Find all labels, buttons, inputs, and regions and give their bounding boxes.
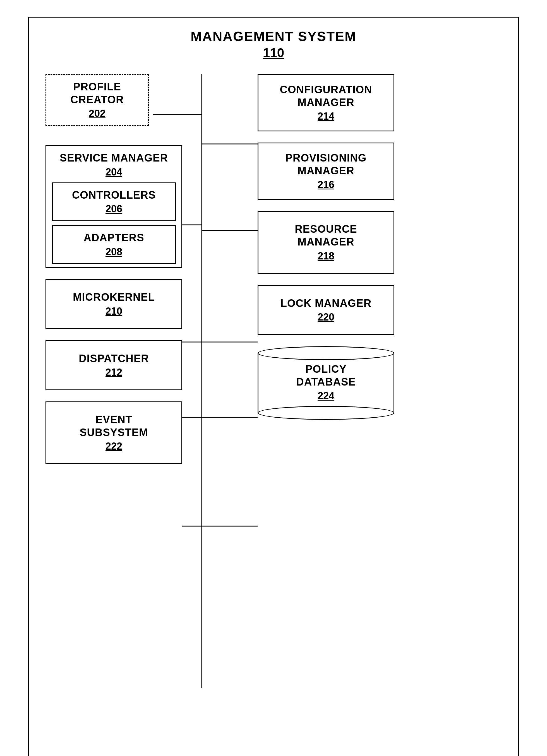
adapters-box: ADAPTERS 208 (52, 225, 176, 264)
profile-creator-box: PROFILE CREATOR 202 (45, 74, 149, 126)
dispatcher-number: 212 (49, 367, 179, 378)
configuration-manager-number: 214 (261, 110, 391, 122)
provisioning-manager-number: 216 (261, 179, 391, 191)
service-manager-box: SERVICE MANAGER 204 CONTROLLERS 206 ADAP… (45, 145, 182, 268)
resource-manager-box: RESOURCE MANAGER 218 (257, 211, 394, 274)
policy-database-box: POLICY DATABASE 224 (257, 346, 394, 420)
dispatcher-title: DISPATCHER (49, 352, 179, 365)
configuration-manager-box: CONFIGURATION MANAGER 214 (257, 74, 394, 131)
resource-manager-number: 218 (261, 250, 391, 262)
lock-manager-number: 220 (261, 311, 391, 323)
service-manager-title: SERVICE MANAGER (49, 152, 179, 165)
event-subsystem-number: 222 (49, 440, 179, 452)
adapters-title: ADAPTERS (56, 232, 172, 244)
policy-database-title: POLICY DATABASE (261, 363, 391, 388)
profile-creator-number: 202 (49, 108, 145, 119)
resource-manager-title: RESOURCE MANAGER (261, 223, 391, 248)
policy-database-number: 224 (261, 390, 391, 402)
diagram-title: MANAGEMENT SYSTEM (45, 29, 502, 44)
profile-creator-title: PROFILE CREATOR (49, 81, 145, 106)
controllers-number: 206 (56, 203, 172, 215)
provisioning-manager-box: PROVISIONING MANAGER 216 (257, 143, 394, 200)
provisioning-manager-title: PROVISIONING MANAGER (261, 152, 391, 177)
controllers-title: CONTROLLERS (56, 189, 172, 202)
adapters-number: 208 (56, 246, 172, 258)
microkernel-title: MICROKERNEL (49, 291, 179, 304)
lock-manager-title: LOCK MANAGER (261, 297, 391, 310)
dispatcher-box: DISPATCHER 212 (45, 340, 182, 391)
configuration-manager-title: CONFIGURATION MANAGER (261, 83, 391, 109)
controllers-box: CONTROLLERS 206 (52, 182, 176, 221)
lock-manager-box: LOCK MANAGER 220 (257, 285, 394, 335)
microkernel-number: 210 (49, 305, 179, 317)
event-subsystem-title: EVENT SUBSYSTEM (49, 413, 179, 439)
microkernel-box: MICROKERNEL 210 (45, 279, 182, 329)
event-subsystem-box: EVENT SUBSYSTEM 222 (45, 401, 182, 464)
service-manager-header: SERVICE MANAGER 204 (49, 152, 179, 178)
diagram-number: 110 (45, 45, 502, 60)
service-manager-number: 204 (49, 166, 179, 178)
diagram-container: MANAGEMENT SYSTEM 110 (28, 17, 519, 756)
